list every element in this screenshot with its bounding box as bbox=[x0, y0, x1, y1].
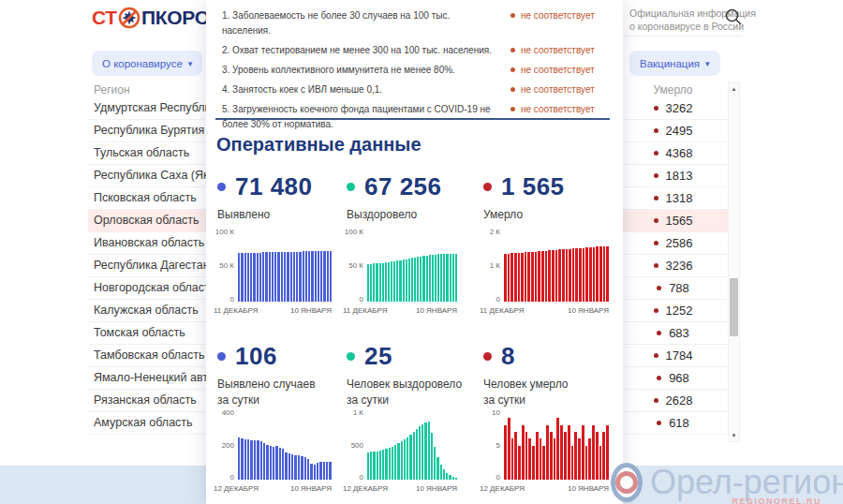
chart-total-confirmed: 100 К50 К011 ДЕКАБРЯ10 ЯНВАРЯ bbox=[214, 230, 343, 315]
death-row[interactable]: 2586 bbox=[618, 232, 728, 255]
bar bbox=[257, 440, 259, 480]
death-value: 618 bbox=[669, 416, 689, 430]
nav-vaccination[interactable]: Вакцинация ▾ bbox=[629, 51, 720, 76]
bar bbox=[420, 257, 422, 302]
region-row[interactable]: Республика Дагестан bbox=[88, 255, 207, 277]
bar bbox=[285, 452, 287, 480]
death-row[interactable]: 2628 bbox=[618, 390, 728, 412]
bar bbox=[385, 449, 387, 480]
bar bbox=[244, 253, 246, 302]
bar bbox=[578, 438, 581, 480]
region-row[interactable]: Республика Бурятия bbox=[88, 120, 207, 142]
bar bbox=[238, 437, 240, 480]
region-row[interactable]: Новгородская область bbox=[88, 277, 207, 300]
death-row[interactable]: 2495 bbox=[618, 120, 728, 142]
death-row[interactable]: 3236 bbox=[618, 255, 728, 277]
scroll-down-arrow-icon[interactable]: ▼ bbox=[729, 433, 739, 438]
bar bbox=[593, 247, 596, 302]
bar bbox=[260, 441, 262, 480]
region-row[interactable]: Тульская область bbox=[88, 142, 207, 165]
death-row[interactable]: 4368 bbox=[618, 142, 728, 165]
bar bbox=[560, 425, 563, 480]
death-row[interactable]: 618 bbox=[618, 412, 728, 435]
death-row[interactable]: 3262 bbox=[618, 97, 728, 120]
y-tick: 2 К bbox=[490, 228, 500, 236]
bar bbox=[556, 418, 559, 480]
region-row[interactable]: Орловская область bbox=[88, 210, 207, 232]
deaths-column-header: Умерло bbox=[618, 83, 728, 96]
death-dot-icon bbox=[654, 173, 658, 178]
x-axis-labels: 12 ДЕКАБРЯ10 ЯНВАРЯ bbox=[480, 484, 609, 493]
bar bbox=[435, 255, 436, 302]
status-label: не соответствует bbox=[521, 10, 595, 21]
bar bbox=[510, 253, 513, 302]
bar bbox=[555, 250, 558, 302]
region-row[interactable]: Ивановская область bbox=[88, 232, 207, 255]
bar bbox=[257, 253, 259, 302]
region-row[interactable]: Псковская область bbox=[88, 187, 207, 210]
death-value: 2495 bbox=[666, 124, 693, 138]
bar bbox=[273, 447, 274, 480]
x-tick-start: 12 ДЕКАБРЯ bbox=[480, 484, 525, 493]
death-row[interactable]: 788 bbox=[618, 277, 728, 300]
bar bbox=[443, 469, 445, 480]
death-row[interactable]: 683 bbox=[618, 322, 728, 345]
death-row[interactable]: 968 bbox=[618, 367, 728, 390]
bar bbox=[436, 457, 438, 480]
criteria-text: 3. Уровень коллективного иммунитета не м… bbox=[222, 63, 499, 78]
region-row[interactable]: Томская область bbox=[88, 322, 207, 345]
death-value: 1565 bbox=[666, 214, 693, 228]
bar bbox=[272, 252, 274, 302]
region-row[interactable]: Тамбовская область bbox=[88, 345, 207, 367]
bar bbox=[290, 252, 292, 302]
region-row[interactable]: Удмуртская Республика bbox=[88, 97, 207, 120]
bar bbox=[603, 246, 606, 302]
bar bbox=[241, 438, 243, 480]
scrollbar-thumb[interactable] bbox=[730, 278, 738, 336]
region-row[interactable]: Республика Саха (Якутия) bbox=[88, 165, 207, 187]
nav-about-coronavirus[interactable]: О коронавирусе ▾ bbox=[92, 51, 202, 76]
region-row[interactable]: Амурская область bbox=[88, 412, 207, 435]
bar bbox=[518, 253, 521, 302]
death-row[interactable]: 1784 bbox=[618, 345, 728, 367]
bar bbox=[525, 252, 527, 302]
region-row[interactable]: Рязанская область bbox=[88, 390, 207, 412]
scroll-up-arrow-icon[interactable]: ▲ bbox=[729, 86, 739, 92]
bar bbox=[403, 259, 405, 302]
chart-total-recovered: 100 К50 К011 ДЕКАБРЯ10 ЯНВАРЯ bbox=[343, 230, 480, 315]
criteria-text: 4. Занятость коек с ИВЛ меньше 0,1. bbox=[222, 82, 499, 97]
death-dot-icon bbox=[654, 353, 658, 358]
death-row[interactable]: 1252 bbox=[618, 300, 728, 322]
bar bbox=[409, 435, 411, 480]
region-list: Удмуртская РеспубликаРеспублика БурятияТ… bbox=[88, 97, 207, 435]
y-tick: 100 К bbox=[345, 228, 363, 236]
bar bbox=[422, 424, 423, 480]
death-row[interactable]: 1318 bbox=[618, 187, 728, 210]
bar bbox=[455, 478, 457, 480]
y-axis-labels: 1 К5000 bbox=[343, 411, 367, 480]
death-value: 2586 bbox=[666, 236, 693, 250]
bar bbox=[599, 246, 602, 302]
death-row[interactable]: 1565 bbox=[618, 210, 728, 232]
bar bbox=[452, 477, 454, 480]
region-row[interactable]: Ямало-Ненецкий автономный округ bbox=[88, 367, 207, 390]
stat-label: Выявлено случаев за сутки bbox=[217, 377, 343, 408]
x-tick-end: 10 ЯНВАРЯ bbox=[568, 484, 609, 493]
y-tick: 200 bbox=[222, 441, 234, 450]
photo-watermark: Орел-регион REGIONOREL.RU bbox=[611, 461, 843, 504]
bar bbox=[575, 248, 578, 302]
x-tick-start: 11 ДЕКАБРЯ bbox=[214, 306, 258, 315]
stat-dot-icon bbox=[483, 352, 492, 361]
bar bbox=[377, 452, 378, 480]
bar bbox=[291, 454, 293, 480]
bar bbox=[294, 455, 296, 480]
criteria-item: 2. Охват тестированием не менее 300 на 1… bbox=[222, 43, 608, 58]
search-icon[interactable] bbox=[724, 7, 743, 26]
table-scrollbar[interactable]: ▲ ▼ bbox=[728, 82, 740, 442]
status-badge: не соответствует bbox=[510, 63, 608, 75]
death-row[interactable]: 1813 bbox=[618, 165, 728, 187]
logo-text-prefix: СТ bbox=[92, 7, 117, 29]
region-row[interactable]: Калужская область bbox=[88, 300, 207, 322]
death-value: 2628 bbox=[666, 393, 693, 408]
bar bbox=[414, 258, 416, 302]
